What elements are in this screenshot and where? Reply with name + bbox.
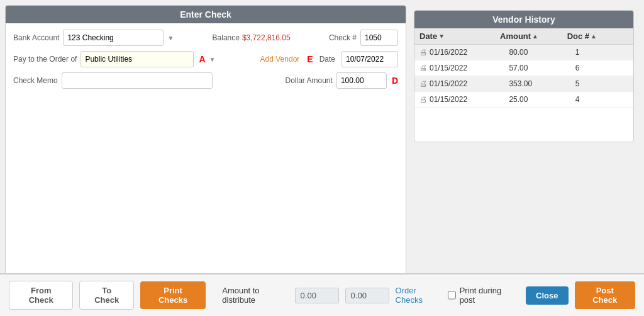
balance-label: Balance [213, 33, 240, 42]
check-num-input[interactable] [360, 30, 398, 46]
annotation-d: D [392, 76, 398, 86]
print-checks-button[interactable]: Print Checks [140, 281, 206, 309]
vh-date-sort-icon: ▼ [438, 33, 445, 40]
bank-account-dropdown-icon[interactable]: ▼ [167, 35, 174, 42]
post-check-button[interactable]: Post Check [575, 281, 636, 309]
print-during-post-checkbox[interactable] [448, 291, 456, 300]
pay-to-dropdown-icon[interactable]: ▼ [209, 56, 216, 63]
vh-date-1: 01/15/2022 [430, 64, 509, 72]
vh-amount-3: 25.00 [509, 95, 575, 104]
add-vendor-link[interactable]: Add Vendor [260, 55, 300, 64]
check-memo-label: Check Memo [13, 76, 58, 85]
vh-date-header[interactable]: Date ▼ [419, 31, 500, 41]
print-icon-3[interactable]: 🖨 [419, 95, 427, 104]
amount-to-distribute-label: Amount to distribute [222, 286, 288, 305]
from-check-button[interactable]: From Check [9, 281, 73, 310]
balance-value: $3,722,816.05 [242, 33, 291, 42]
bank-account-input[interactable] [63, 30, 164, 46]
vh-row-0: 🖨 01/16/2022 80.00 1 [414, 45, 633, 60]
vh-doc-2: 5 [575, 79, 628, 88]
to-check-button[interactable]: To Check [79, 281, 133, 310]
print-icon-2[interactable]: 🖨 [419, 79, 427, 88]
vh-date-0: 01/16/2022 [430, 48, 509, 57]
vh-amount-2: 353.00 [509, 79, 575, 88]
date-input[interactable] [341, 51, 398, 67]
enter-check-title: Enter Check [6, 6, 406, 23]
order-checks-link[interactable]: Order Checks [396, 286, 441, 305]
print-icon-0[interactable]: 🖨 [419, 48, 427, 57]
annotation-e: E [307, 54, 313, 64]
close-button[interactable]: Close [526, 286, 568, 305]
vh-doc-sort-icon: ▲ [591, 33, 597, 40]
vh-date-3: 01/15/2022 [430, 95, 509, 104]
annotation-a: A [199, 54, 205, 64]
vh-amount-1: 57.00 [509, 64, 575, 72]
bank-account-label: Bank Account [13, 33, 59, 42]
vendor-history-title: Vendor History [414, 11, 633, 28]
vh-doc-3: 4 [575, 95, 628, 104]
print-icon-1[interactable]: 🖨 [419, 64, 427, 72]
amount-input-1 [295, 288, 339, 303]
dollar-amount-input[interactable] [336, 72, 387, 89]
vh-row-3: 🖨 01/15/2022 25.00 4 [414, 92, 633, 108]
vh-amount-header[interactable]: Amount ▲ [500, 31, 567, 41]
vh-row-1: 🖨 01/15/2022 57.00 6 [414, 60, 633, 76]
vh-doc-1: 6 [575, 64, 628, 72]
vh-amount-0: 80.00 [509, 48, 575, 57]
vh-date-2: 01/15/2022 [430, 79, 509, 88]
date-label: Date [319, 55, 335, 64]
dollar-amount-label: Dollar Amount [286, 76, 333, 85]
vh-row-2: 🖨 01/15/2022 353.00 5 [414, 76, 633, 92]
bottom-bar: From Check To Check Print Checks Amount … [0, 273, 644, 316]
vh-amount-sort-icon: ▲ [532, 33, 538, 40]
amount-input-2 [345, 288, 389, 303]
pay-to-label: Pay to the Order of [13, 55, 77, 64]
check-memo-input[interactable] [62, 72, 213, 89]
pay-to-input[interactable] [80, 51, 194, 67]
vh-doc-0: 1 [575, 48, 628, 57]
check-num-label: Check # [329, 33, 357, 42]
print-during-post-label: Print during post [460, 286, 513, 305]
vh-doc-header[interactable]: Doc # ▲ [567, 31, 621, 41]
